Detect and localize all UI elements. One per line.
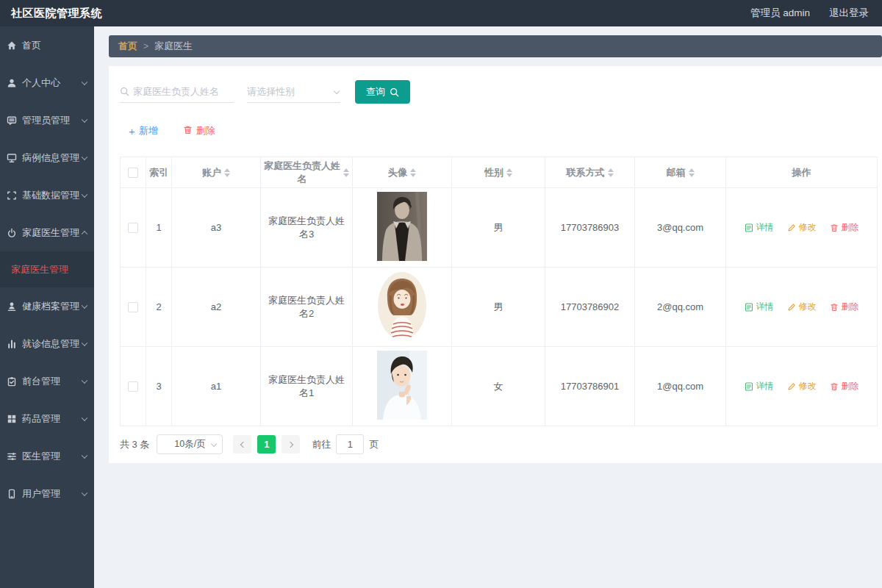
sort-icon[interactable] [689, 168, 695, 177]
sidebar-item-basic-data-management[interactable]: 基础数据管理 [0, 176, 94, 214]
sort-icon[interactable] [608, 168, 614, 177]
chevron-down-icon [82, 377, 87, 383]
breadcrumb-current: 家庭医生 [154, 40, 193, 53]
sidebar-item-admin-management[interactable]: 管理员管理 [0, 101, 94, 139]
sort-icon[interactable] [343, 168, 349, 177]
row-checkbox[interactable] [128, 302, 138, 312]
gender-select-input[interactable] [247, 86, 340, 97]
cell-gender: 男 [452, 188, 545, 268]
name-search-field[interactable] [120, 81, 234, 103]
sidebar-item-visit-info-management[interactable]: 就诊信息管理 [0, 325, 94, 362]
column-header-avatar[interactable]: 头像 [353, 157, 452, 188]
detail-button[interactable]: 详情 [745, 301, 774, 313]
pagination: 共 3 条 10条/页 1 前往 页 [120, 434, 874, 454]
sidebar-item-label: 前台管理 [22, 375, 60, 388]
chevron-left-icon [240, 441, 246, 447]
sidebar-item-family-doctor-management[interactable]: 家庭医生管理 [0, 214, 94, 251]
bulk-delete-button[interactable]: 删除 [183, 124, 215, 137]
sidebar-item-drug-management[interactable]: 药品管理 [0, 400, 94, 437]
sidebar-item-label: 医生管理 [22, 450, 60, 463]
chevron-down-icon [82, 302, 87, 308]
grid-icon [7, 414, 17, 424]
cell-name: 家庭医生负责人姓名3 [261, 188, 353, 268]
sidebar-subitem-label: 家庭医生管理 [11, 263, 68, 276]
row-checkbox[interactable] [128, 223, 138, 233]
edit-button[interactable]: 修改 [787, 221, 817, 234]
sidebar-item-personal-center[interactable]: 个人中心 [0, 64, 94, 101]
profile-icon [7, 301, 17, 312]
edit-button[interactable]: 修改 [787, 301, 817, 313]
cell-phone: 17703786903 [545, 188, 635, 268]
pagination-total: 共 3 条 [120, 438, 149, 451]
cell-name: 家庭医生负责人姓名2 [261, 268, 353, 347]
chevron-right-icon [287, 441, 293, 447]
cell-gender: 男 [452, 268, 545, 347]
search-icon [390, 87, 399, 97]
sidebar-item-label: 就诊信息管理 [22, 337, 79, 351]
sidebar-item-label: 基础数据管理 [22, 189, 79, 202]
chat-icon [7, 115, 17, 126]
column-header-index: 索引 [146, 157, 172, 188]
goto-page-input[interactable] [336, 434, 364, 454]
app-title: 社区医院管理系统 [11, 7, 102, 21]
column-header-name[interactable]: 家庭医生负责人姓名 [261, 157, 353, 188]
sort-icon[interactable] [506, 168, 512, 177]
cell-account: a2 [172, 268, 261, 347]
delete-button[interactable]: 删除 [830, 301, 859, 313]
breadcrumb: 首页 > 家庭医生 [109, 35, 882, 57]
delete-button[interactable]: 删除 [830, 221, 859, 234]
bar-chart-icon [7, 339, 17, 349]
sort-icon[interactable] [410, 168, 416, 177]
page-size-select[interactable]: 10条/页 [157, 434, 223, 454]
sidebar-item-front-desk-management[interactable]: 前台管理 [0, 362, 94, 400]
pencil-icon [787, 223, 796, 232]
sidebar-item-doctor-management[interactable]: 医生管理 [0, 437, 94, 475]
column-header-email[interactable]: 邮箱 [635, 157, 726, 188]
sidebar-item-label: 病例信息管理 [22, 151, 79, 165]
column-header-account[interactable]: 账户 [172, 157, 261, 188]
chevron-down-icon [82, 340, 87, 345]
trash-icon [830, 303, 839, 312]
sidebar-item-user-management[interactable]: 用户管理 [0, 475, 94, 512]
chevron-down-icon [82, 415, 87, 420]
sidebar-item-label: 健康档案管理 [22, 300, 79, 313]
next-page-button[interactable] [282, 435, 300, 453]
sidebar-item-label: 个人中心 [22, 76, 60, 90]
detail-button[interactable]: 详情 [745, 221, 774, 234]
app-header: 社区医院管理系统 管理员 admin 退出登录 [0, 0, 882, 26]
name-search-input[interactable] [133, 86, 234, 97]
edit-button[interactable]: 修改 [787, 380, 817, 392]
gender-select[interactable] [247, 81, 340, 103]
sidebar-item-label: 药品管理 [22, 412, 60, 426]
pencil-icon [787, 382, 796, 391]
sidebar-item-home[interactable]: 首页 [0, 26, 94, 64]
logout-button[interactable]: 退出登录 [829, 7, 869, 20]
sidebar-item-label: 家庭医生管理 [22, 226, 79, 240]
row-checkbox[interactable] [128, 381, 138, 392]
add-button[interactable]: + 新增 [129, 124, 158, 137]
column-header-gender[interactable]: 性别 [452, 157, 545, 188]
sidebar-item-health-record-management[interactable]: 健康档案管理 [0, 287, 94, 325]
cell-email: 2@qq.com [635, 268, 726, 347]
pencil-icon [787, 303, 796, 312]
prev-page-button[interactable] [233, 435, 251, 453]
select-all-checkbox[interactable] [128, 168, 138, 178]
breadcrumb-home-link[interactable]: 首页 [118, 40, 137, 53]
table-row: 1 a3 家庭医生负责人姓名3 [121, 188, 878, 268]
delete-button[interactable]: 删除 [830, 380, 859, 392]
avatar [377, 192, 427, 261]
query-button-label: 查询 [366, 85, 385, 98]
sidebar-subitem-family-doctor-management-active[interactable]: 家庭医生管理 [0, 251, 94, 287]
query-button[interactable]: 查询 [355, 80, 410, 104]
document-icon [745, 382, 753, 391]
table-row: 3 a1 家庭医生负责人姓名1 [121, 347, 878, 426]
sidebar-item-case-info-management[interactable]: 病例信息管理 [0, 139, 94, 176]
sort-icon[interactable] [224, 168, 230, 177]
chevron-up-icon [82, 230, 87, 236]
column-header-actions: 操作 [726, 157, 878, 188]
column-header-phone[interactable]: 联系方式 [545, 157, 635, 188]
page-number-button[interactable]: 1 [257, 435, 276, 453]
search-row: 查询 [120, 80, 874, 104]
detail-button[interactable]: 详情 [745, 380, 774, 392]
cell-email: 1@qq.com [635, 347, 726, 426]
